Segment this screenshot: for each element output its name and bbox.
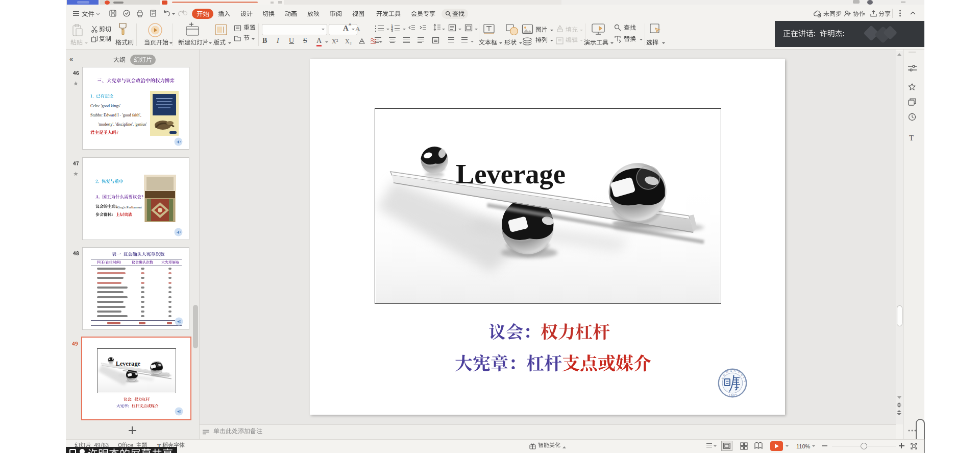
svg-text:Leverage: Leverage [456, 158, 566, 189]
svg-text:A: A [730, 369, 732, 372]
svg-text:Leverage: Leverage [116, 360, 141, 367]
svg-text:1 9 0 5: 1 9 0 5 [729, 394, 737, 397]
